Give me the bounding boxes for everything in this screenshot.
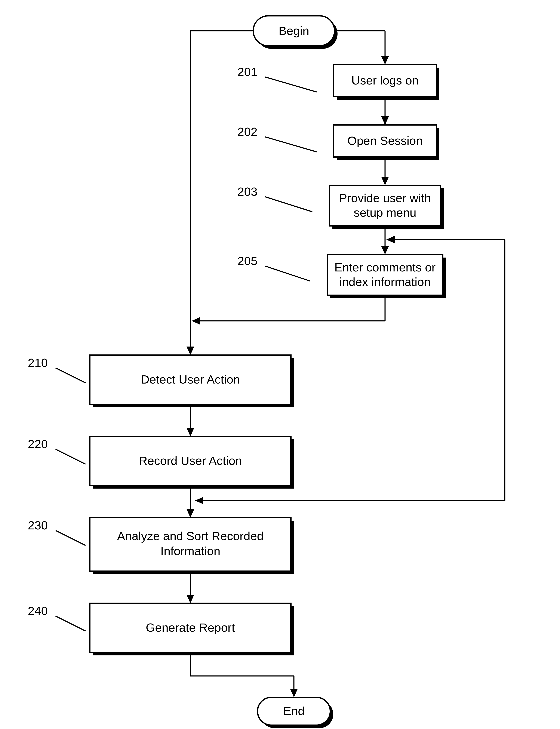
node-201: User logs on — [334, 65, 439, 100]
flowchart: Begin User logs on 201 Open Session 202 — [0, 0, 560, 729]
arrow-220-to-230 — [187, 486, 194, 518]
ref-205: 205 — [237, 254, 310, 281]
n203-label2: setup menu — [354, 206, 416, 219]
svg-marker-39 — [187, 428, 194, 436]
begin-label: Begin — [279, 24, 309, 37]
node-230: Analyze and Sort Recorded Information — [90, 518, 294, 574]
n205-label1: Enter comments or — [334, 261, 436, 274]
node-begin: Begin — [253, 16, 338, 49]
n205-ref: 205 — [237, 254, 257, 268]
node-205: Enter comments or index information — [327, 255, 446, 298]
n230-label2: Information — [160, 544, 220, 558]
n240-ref: 240 — [28, 604, 48, 618]
ref-220: 220 — [28, 437, 86, 464]
arrow-205-to-210 — [192, 295, 385, 325]
n220-ref: 220 — [28, 437, 48, 451]
svg-marker-50 — [195, 497, 203, 504]
svg-marker-56 — [187, 595, 194, 603]
n202-label: Open Session — [347, 134, 423, 147]
arrow-202-to-203 — [381, 157, 389, 185]
n205-label2: index information — [339, 275, 431, 289]
svg-marker-14 — [381, 116, 389, 125]
end-label: End — [283, 704, 305, 718]
n240-label: Generate Report — [146, 621, 235, 634]
svg-marker-64 — [290, 689, 298, 697]
node-202: Open Session — [334, 125, 439, 160]
n230-label1: Analyze and Sort Recorded — [117, 529, 264, 543]
svg-line-24 — [265, 197, 312, 212]
arrow-203-to-205 — [381, 226, 389, 255]
svg-marker-8 — [187, 347, 194, 355]
n202-ref: 202 — [237, 125, 257, 138]
ref-202: 202 — [237, 125, 317, 152]
n203-label1: Provide user with — [339, 191, 431, 205]
n230-ref: 230 — [28, 519, 48, 532]
node-end: End — [258, 697, 333, 728]
n203-ref: 203 — [237, 185, 257, 198]
svg-marker-33 — [192, 317, 200, 325]
svg-marker-45 — [187, 509, 194, 518]
ref-203: 203 — [237, 185, 312, 212]
ref-210: 210 — [28, 356, 86, 383]
node-203: Provide user with setup menu — [329, 185, 444, 229]
n220-label: Record User Action — [139, 454, 242, 467]
ref-201: 201 — [237, 65, 317, 92]
svg-line-43 — [56, 449, 86, 464]
arrow-201-to-202 — [381, 97, 389, 125]
node-220: Record User Action — [90, 436, 294, 489]
node-240: Generate Report — [90, 603, 294, 655]
svg-line-30 — [265, 266, 310, 281]
svg-line-12 — [265, 77, 317, 92]
n210-label: Detect User Action — [141, 373, 240, 386]
arrow-240-to-end — [190, 652, 298, 697]
svg-marker-5 — [381, 56, 389, 65]
arrow-begin-to-201 — [335, 31, 389, 65]
n201-label: User logs on — [351, 74, 419, 87]
arrow-210-to-220 — [187, 404, 194, 436]
svg-line-37 — [56, 368, 86, 383]
svg-marker-20 — [381, 177, 389, 185]
ref-230: 230 — [28, 519, 86, 545]
n210-ref: 210 — [28, 356, 48, 369]
ref-240: 240 — [28, 604, 86, 631]
svg-marker-26 — [381, 246, 389, 255]
n201-ref: 201 — [237, 65, 257, 79]
svg-line-60 — [56, 616, 86, 631]
svg-line-54 — [56, 530, 86, 545]
svg-marker-49 — [386, 236, 395, 243]
node-210: Detect User Action — [90, 355, 294, 407]
svg-line-18 — [265, 137, 317, 152]
arrow-230-to-240 — [187, 571, 194, 603]
